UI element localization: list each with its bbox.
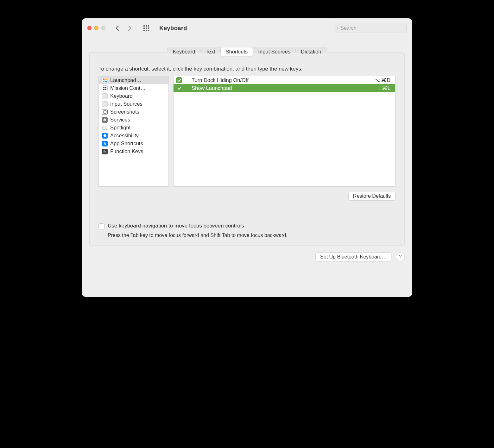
sidebar-item-label: Input Sources	[110, 101, 142, 107]
search-icon	[102, 125, 108, 131]
keyboard-icon	[102, 101, 108, 107]
sidebar-item-label: Spotlight	[110, 125, 130, 131]
sidebar-item-services[interactable]: Services	[99, 116, 168, 124]
sidebar-item-mission-control[interactable]: Mission Cont…	[99, 84, 168, 92]
shortcut-checkbox[interactable]	[176, 77, 182, 83]
svg-line-1	[338, 28, 339, 29]
forward-button[interactable]	[125, 24, 134, 33]
preferences-window: Keyboard Keyboard Text Shortcuts Input S…	[82, 18, 412, 297]
help-button[interactable]: ?	[396, 252, 405, 261]
sidebar-item-label: Services	[110, 117, 130, 123]
sidebar-item-label: Launchpad…	[110, 77, 141, 83]
shortcut-label: Show Launchpad	[185, 85, 374, 91]
footer: Set Up Bluetooth Keyboard… ?	[89, 252, 405, 261]
show-all-button[interactable]	[142, 23, 151, 33]
keyboard-nav-checkbox[interactable]	[98, 223, 104, 229]
shortcut-label: Turn Dock Hiding On/Off	[185, 77, 371, 83]
tab-dictation[interactable]: Dictation	[296, 47, 326, 56]
grid-icon	[143, 25, 149, 31]
restore-defaults-button[interactable]: Restore Defaults	[348, 192, 396, 201]
mission-control-icon	[102, 85, 108, 91]
category-list[interactable]: Launchpad… Mission Cont… Keyboard Input …	[98, 76, 169, 187]
sidebar-item-label: App Shortcuts	[110, 140, 143, 146]
sidebar-item-launchpad[interactable]: Launchpad…	[99, 76, 168, 84]
close-button[interactable]	[87, 26, 92, 30]
search-icon	[337, 26, 339, 31]
tab-keyboard[interactable]: Keyboard	[168, 47, 200, 56]
sidebar-item-label: Function Keys	[110, 148, 143, 154]
window-title: Keyboard	[159, 25, 187, 32]
sidebar-item-accessibility[interactable]: Accessibility	[99, 132, 168, 140]
search-input[interactable]	[340, 25, 404, 31]
keyboard-nav-label: Use keyboard navigation to move focus be…	[108, 223, 244, 229]
body: Keyboard Text Shortcuts Input Sources Di…	[82, 38, 412, 297]
keyboard-icon	[102, 93, 108, 99]
minimize-button[interactable]	[94, 26, 98, 30]
sidebar-item-spotlight[interactable]: Spotlight	[99, 124, 168, 132]
tab-shortcuts[interactable]: Shortcuts	[221, 47, 253, 56]
instructions-text: To change a shortcut, select it, click t…	[98, 66, 396, 72]
tab-input-sources[interactable]: Input Sources	[253, 47, 295, 56]
sidebar-item-label: Accessibility	[110, 133, 139, 139]
chevron-right-icon	[127, 25, 132, 31]
shortcut-row[interactable]: Turn Dock Hiding On/Off ⌥⌘D	[174, 76, 395, 84]
shortcut-checkbox[interactable]	[176, 85, 182, 91]
sidebar-item-label: Mission Cont…	[110, 85, 146, 91]
sidebar-item-function-keys[interactable]: Function Keys	[99, 147, 168, 155]
check-icon	[177, 78, 181, 82]
sidebar-item-screenshots[interactable]: Screenshots	[99, 108, 168, 116]
app-store-icon	[102, 141, 108, 146]
keyboard-nav-subtext: Press the Tab key to move focus forward …	[108, 233, 396, 238]
tab-text[interactable]: Text	[200, 47, 220, 56]
sidebar-item-label: Keyboard	[110, 93, 133, 99]
back-button[interactable]	[113, 24, 122, 33]
search-field[interactable]	[334, 23, 407, 33]
gear-icon	[102, 117, 108, 123]
shortcut-keys[interactable]: ⇧⌘L	[377, 85, 391, 91]
screenshot-icon	[102, 109, 108, 115]
keyboard-nav-option: Use keyboard navigation to move focus be…	[98, 223, 396, 229]
window-controls	[87, 26, 105, 30]
shortcut-keys[interactable]: ⌥⌘D	[374, 77, 391, 83]
launchpad-icon	[102, 78, 108, 83]
fn-icon	[102, 149, 108, 154]
shortcuts-panel: To change a shortcut, select it, click t…	[89, 52, 405, 246]
shortcut-row[interactable]: Show Launchpad ⇧⌘L	[174, 84, 395, 92]
zoom-button[interactable]	[101, 26, 105, 30]
sidebar-item-label: Screenshots	[110, 109, 139, 115]
toolbar: Keyboard	[82, 18, 412, 38]
sidebar-item-app-shortcuts[interactable]: App Shortcuts	[99, 140, 168, 147]
bluetooth-keyboard-button[interactable]: Set Up Bluetooth Keyboard…	[315, 252, 391, 261]
shortcut-list[interactable]: Turn Dock Hiding On/Off ⌥⌘D Show Launchp…	[173, 76, 396, 187]
sidebar-item-input-sources[interactable]: Input Sources	[99, 100, 168, 108]
sidebar-item-keyboard[interactable]: Keyboard	[99, 92, 168, 100]
chevron-left-icon	[115, 25, 120, 31]
accessibility-icon	[102, 133, 108, 139]
check-icon	[177, 86, 181, 90]
